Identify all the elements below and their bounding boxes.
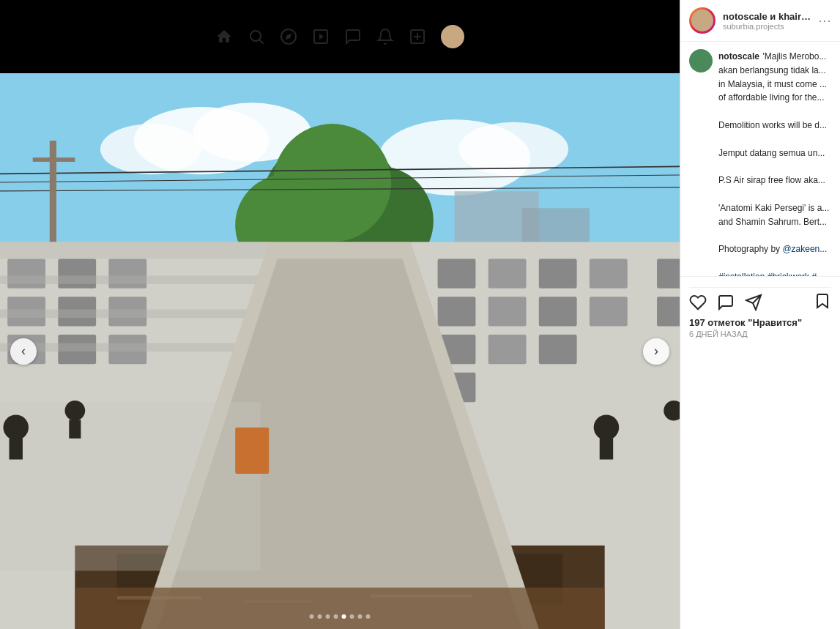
svg-rect-67 [235, 428, 269, 474]
compass-icon[interactable] [280, 28, 297, 45]
svg-rect-59 [0, 402, 261, 570]
action-icons [689, 292, 831, 313]
chevron-left-icon: ‹ [21, 343, 26, 359]
caption-ps: P.S Air sirap free flow aka... [718, 175, 825, 185]
svg-rect-61 [10, 439, 23, 460]
caption-intro: 'Majlis Merobo... akan berlangsung tidak… [718, 51, 829, 276]
dot-2[interactable] [318, 614, 322, 619]
svg-rect-37 [0, 275, 269, 284]
caption-line1: akan berlangsung tidak la... [718, 65, 826, 75]
svg-point-62 [65, 401, 86, 421]
svg-rect-48 [539, 258, 577, 288]
dot-4[interactable] [334, 614, 338, 619]
profile-avatar[interactable] [441, 25, 464, 48]
post-avatar[interactable] [689, 7, 716, 34]
caption-username[interactable]: notoscale [718, 51, 759, 62]
photo-container: ‹ › [0, 73, 680, 629]
bookmark-icon[interactable] [814, 292, 831, 313]
top-bar [0, 0, 680, 73]
svg-rect-19 [33, 157, 75, 162]
svg-point-60 [3, 414, 29, 440]
caption-comment: notoscale 'Majlis Merobo... akan berlang… [689, 49, 831, 276]
svg-rect-65 [600, 439, 613, 460]
svg-rect-63 [69, 420, 81, 438]
reels-icon[interactable] [312, 28, 330, 45]
photo-dots [310, 614, 371, 619]
svg-rect-46 [488, 297, 527, 326]
svg-point-7 [100, 124, 201, 174]
caption-avatar[interactable] [689, 49, 713, 72]
post-header: notoscale и khairulhiffni suburbia.proje… [680, 0, 840, 42]
home-icon[interactable] [215, 28, 233, 45]
svg-rect-68 [75, 588, 604, 629]
svg-rect-50 [539, 335, 577, 364]
caption-photo-text: Photography by [718, 244, 782, 254]
chevron-right-icon: › [654, 343, 658, 359]
caption-intro-text: 'Majlis Merobo... [762, 51, 826, 62]
svg-rect-36 [0, 242, 269, 258]
dot-1[interactable] [310, 614, 314, 619]
caption-photomention[interactable]: @zakeen... [782, 244, 827, 254]
svg-rect-71 [370, 595, 471, 598]
caption-jemput: Jemput datang semua un... [718, 148, 825, 158]
caption-anatomi2: and Shamin Sahrum. Bert... [718, 217, 827, 227]
right-panel: notoscale и khairulhiffni suburbia.proje… [680, 0, 840, 629]
photo-scene [0, 73, 680, 629]
caption-content: notoscale 'Majlis Merobo... akan berlang… [718, 49, 831, 276]
likes-count: 197 отметок "Нравится" [689, 317, 831, 328]
separator [689, 287, 831, 288]
svg-rect-47 [488, 335, 527, 364]
top-bar-icons [215, 25, 464, 48]
caption-line3: of affordable living for the... [718, 92, 825, 103]
comments-area[interactable]: notoscale 'Majlis Merobo... akan berlang… [680, 42, 840, 276]
svg-rect-41 [438, 258, 476, 288]
svg-rect-54 [657, 297, 680, 326]
svg-rect-53 [657, 258, 680, 288]
like-icon[interactable] [689, 294, 707, 311]
svg-rect-52 [590, 297, 628, 326]
caption-demolition: Demolition works will be d... [718, 120, 827, 130]
prev-arrow[interactable]: ‹ [10, 338, 37, 365]
messages-icon[interactable] [344, 28, 362, 45]
comment-icon[interactable] [717, 294, 735, 311]
dot-3[interactable] [326, 614, 330, 619]
caption-line2: in Malaysia, it must come ... [718, 79, 827, 89]
post-date: 6 ДНЕЙ НАЗАД [689, 330, 831, 338]
post-subtext: suburbia.projects [723, 22, 811, 31]
svg-rect-69 [117, 596, 201, 600]
svg-rect-51 [590, 258, 628, 288]
actions-bar: 197 отметок "Нравится" 6 ДНЕЙ НАЗАД [680, 276, 840, 341]
caption-anatomi: 'Anatomi Kaki Persegi' is a... [718, 203, 829, 213]
more-options-icon[interactable]: ⋯ [818, 12, 831, 29]
svg-rect-70 [244, 600, 311, 603]
share-icon[interactable] [745, 294, 762, 311]
dot-8[interactable] [366, 614, 371, 619]
svg-rect-49 [539, 297, 577, 326]
bell-icon[interactable] [376, 28, 394, 45]
svg-rect-45 [488, 258, 527, 288]
post-username[interactable]: notoscale и khairulhiffni [723, 11, 811, 22]
avatar-image [691, 10, 713, 31]
svg-point-64 [594, 414, 620, 440]
next-arrow[interactable]: › [643, 338, 669, 365]
svg-point-14 [273, 124, 391, 242]
dot-7[interactable] [358, 614, 363, 619]
dot-5[interactable] [342, 614, 346, 619]
svg-rect-39 [0, 343, 269, 352]
svg-rect-38 [0, 309, 269, 318]
search-icon[interactable] [248, 28, 265, 45]
dot-6[interactable] [350, 614, 354, 619]
svg-rect-42 [438, 297, 476, 326]
new-post-icon[interactable] [409, 28, 426, 45]
photo-panel: ‹ › [0, 0, 680, 629]
post-header-text: notoscale и khairulhiffni suburbia.proje… [723, 11, 811, 31]
